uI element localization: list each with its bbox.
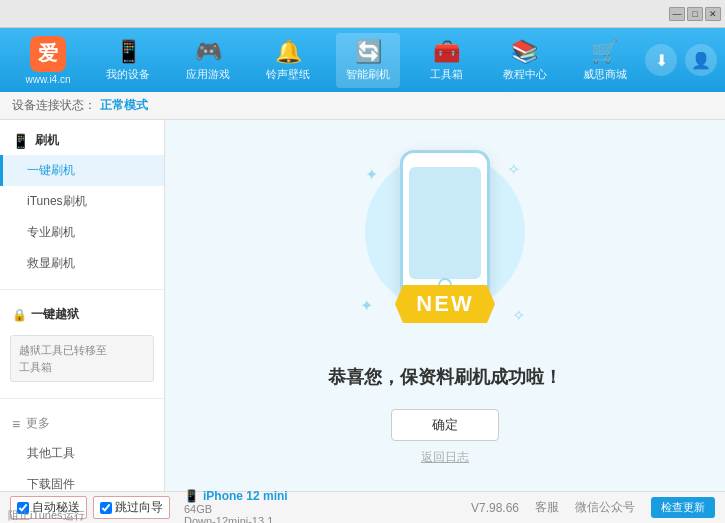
minimize-button[interactable]: — xyxy=(669,7,685,21)
sidebar-item-download-firmware[interactable]: 下载固件 xyxy=(0,469,164,491)
success-illustration: ✦ ✧ ✦ ✧ NEW xyxy=(345,145,545,345)
notice-line1: 越狱工具已转移至 xyxy=(19,344,107,356)
nav-label-toolbox: 工具箱 xyxy=(430,67,463,82)
itunes-notice-text: 阻止iTunes运行 xyxy=(8,508,85,523)
device-info: 📱 iPhone 12 mini 64GB Down-12mini-13.1 xyxy=(184,489,288,524)
maximize-button[interactable]: □ xyxy=(687,7,703,21)
sidebar-header-flash: 📱 刷机 xyxy=(0,126,164,155)
new-ribbon: NEW xyxy=(395,285,495,335)
status-label: 设备连接状态： xyxy=(12,97,96,114)
lock-icon: 🔒 xyxy=(12,308,27,322)
device-storage: 64GB xyxy=(184,503,288,515)
version-text: V7.98.66 xyxy=(471,501,519,515)
device-name: 📱 iPhone 12 mini xyxy=(184,489,288,503)
device-phone-icon: 📱 xyxy=(184,489,199,503)
window-controls: — □ ✕ xyxy=(669,7,721,21)
nav-icon-smart-shop: 🔄 xyxy=(355,39,382,65)
nav-right-buttons: ⬇ 👤 xyxy=(645,44,717,76)
success-text: 恭喜您，保资料刷机成功啦！ xyxy=(328,365,562,389)
nav-label-apps-games: 应用游戏 xyxy=(186,67,230,82)
nav-item-tutorials[interactable]: 📚 教程中心 xyxy=(493,33,557,88)
jailbreak-notice: 越狱工具已转移至 工具箱 xyxy=(10,335,154,382)
return-log-link[interactable]: 返回日志 xyxy=(421,449,469,466)
logo[interactable]: 爱 www.i4.cn xyxy=(8,36,88,85)
phone-screen xyxy=(409,167,481,279)
nav-label-wei-shop: 威思商城 xyxy=(583,67,627,82)
logo-icon: 爱 xyxy=(30,36,66,72)
status-value: 正常模式 xyxy=(100,97,148,114)
skip-wizard-checkbox[interactable]: 跳过向导 xyxy=(93,496,170,519)
content-area: ✦ ✧ ✦ ✧ NEW 恭喜您，保资料刷机成功啦！ 确定 返回日志 xyxy=(165,120,725,491)
sidebar-section-jailbreak: 🔒 一键越狱 越狱工具已转移至 工具箱 xyxy=(0,294,164,394)
device-name-text: iPhone 12 mini xyxy=(203,489,288,503)
itunes-notice: 阻止iTunes运行 xyxy=(0,508,93,523)
nav-icon-tutorials: 📚 xyxy=(511,39,538,65)
nav-icon-apps-games: 🎮 xyxy=(195,39,222,65)
nav-label-ringtone: 铃声壁纸 xyxy=(266,67,310,82)
title-bar: — □ ✕ xyxy=(0,0,725,28)
sidebar-item-itunes-flash[interactable]: iTunes刷机 xyxy=(0,186,164,217)
sparkle-1: ✦ xyxy=(365,165,378,184)
nav-icon-wei-shop: 🛒 xyxy=(591,39,618,65)
nav-label-tutorials: 教程中心 xyxy=(503,67,547,82)
nav-item-ringtone[interactable]: 🔔 铃声壁纸 xyxy=(256,33,320,88)
new-label: NEW xyxy=(395,285,495,323)
sidebar: 📱 刷机 一键刷机 iTunes刷机 专业刷机 救显刷机 🔒 一键越狱 越狱工具… xyxy=(0,120,165,491)
logo-url: www.i4.cn xyxy=(25,74,70,85)
nav-label-smart-shop: 智能刷机 xyxy=(346,67,390,82)
nav-item-apps-games[interactable]: 🎮 应用游戏 xyxy=(176,33,240,88)
skip-wizard-check[interactable] xyxy=(100,502,112,514)
nav-item-smart-shop[interactable]: 🔄 智能刷机 xyxy=(336,33,400,88)
nav-bar: 爱 www.i4.cn 📱 我的设备 🎮 应用游戏 🔔 铃声壁纸 🔄 智能刷机 … xyxy=(0,28,725,92)
sparkle-3: ✦ xyxy=(360,296,373,315)
sidebar-item-other-tools[interactable]: 其他工具 xyxy=(0,438,164,469)
sparkle-2: ✧ xyxy=(507,160,520,179)
bottom-bar-wrapper: 自动秘送 跳过向导 📱 iPhone 12 mini 64GB Down-12m… xyxy=(0,491,725,523)
nav-item-my-device[interactable]: 📱 我的设备 xyxy=(96,33,160,88)
sidebar-jailbreak-label: 一键越狱 xyxy=(31,306,79,323)
sidebar-item-rescue-flash[interactable]: 救显刷机 xyxy=(0,248,164,279)
check-update-button[interactable]: 检查更新 xyxy=(651,497,715,518)
nav-icon-ringtone: 🔔 xyxy=(275,39,302,65)
sparkle-4: ✧ xyxy=(512,306,525,325)
close-button[interactable]: ✕ xyxy=(705,7,721,21)
sidebar-header-jailbreak: 🔒 一键越狱 xyxy=(0,300,164,329)
sidebar-item-onekey-flash[interactable]: 一键刷机 xyxy=(0,155,164,186)
flash-header-icon: 📱 xyxy=(12,133,29,149)
nav-icon-my-device: 📱 xyxy=(115,39,142,65)
nav-icon-toolbox: 🧰 xyxy=(433,39,460,65)
user-button[interactable]: 👤 xyxy=(685,44,717,76)
sidebar-item-pro-flash[interactable]: 专业刷机 xyxy=(0,217,164,248)
nav-label-my-device: 我的设备 xyxy=(106,67,150,82)
sidebar-header-label: 刷机 xyxy=(35,132,59,149)
customer-service-link[interactable]: 客服 xyxy=(535,499,559,516)
sidebar-section-more: 更多 其他工具 下载固件 高级功能 xyxy=(0,403,164,491)
nav-item-toolbox[interactable]: 🧰 工具箱 xyxy=(417,33,477,88)
phone-illustration xyxy=(400,150,490,300)
download-button[interactable]: ⬇ xyxy=(645,44,677,76)
notice-line2: 工具箱 xyxy=(19,361,52,373)
sidebar-divider-1 xyxy=(0,289,164,290)
device-model: Down-12mini-13.1 xyxy=(184,515,288,524)
wechat-public-link[interactable]: 微信公众号 xyxy=(575,499,635,516)
main-content: 📱 刷机 一键刷机 iTunes刷机 专业刷机 救显刷机 🔒 一键越狱 越狱工具… xyxy=(0,120,725,491)
skip-wizard-label: 跳过向导 xyxy=(115,499,163,516)
nav-items: 📱 我的设备 🎮 应用游戏 🔔 铃声壁纸 🔄 智能刷机 🧰 工具箱 📚 教程中心… xyxy=(88,33,645,88)
sidebar-more-title: 更多 xyxy=(0,409,164,438)
bottom-bar: 自动秘送 跳过向导 📱 iPhone 12 mini 64GB Down-12m… xyxy=(0,491,725,523)
nav-item-wei-shop[interactable]: 🛒 威思商城 xyxy=(573,33,637,88)
bottom-right: V7.98.66 客服 微信公众号 检查更新 xyxy=(471,497,715,518)
confirm-button[interactable]: 确定 xyxy=(391,409,499,441)
sidebar-divider-2 xyxy=(0,398,164,399)
status-bar: 设备连接状态： 正常模式 xyxy=(0,92,725,120)
sidebar-section-flash: 📱 刷机 一键刷机 iTunes刷机 专业刷机 救显刷机 xyxy=(0,120,164,285)
